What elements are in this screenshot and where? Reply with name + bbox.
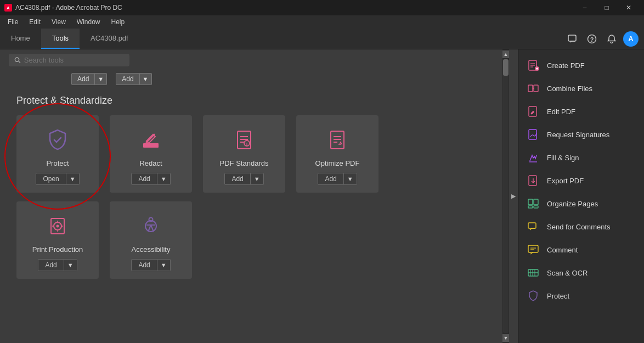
- optimize-pdf-add-arrow[interactable]: ▼: [344, 173, 357, 185]
- notifications-icon-button[interactable]: [603, 31, 620, 47]
- panel-item-edit-pdf[interactable]: Edit PDF: [518, 100, 644, 123]
- pdf-standards-add-arrow[interactable]: ▼: [251, 173, 264, 185]
- create-pdf-label: Create PDF: [547, 61, 585, 70]
- print-production-add-button[interactable]: Add: [38, 259, 64, 271]
- svg-rect-44: [534, 199, 538, 205]
- minimize-button[interactable]: –: [574, 0, 596, 15]
- chat-icon-button[interactable]: [564, 31, 580, 47]
- add-arrow-1[interactable]: ▼: [95, 73, 107, 85]
- panel-item-comment[interactable]: Comment: [518, 238, 644, 261]
- panel-item-request-signatures[interactable]: Request Signatures: [518, 123, 644, 146]
- protect-open-arrow[interactable]: ▼: [66, 173, 80, 185]
- pdf-standards-add-button[interactable]: Add: [224, 173, 250, 185]
- title-bar: A AC4308.pdf - Adobe Acrobat Pro DC – □ …: [0, 0, 644, 15]
- svg-rect-41: [529, 176, 536, 185]
- accessibility-card: Accessibility Add ▼: [110, 201, 192, 279]
- redact-add-arrow[interactable]: ▼: [157, 173, 171, 185]
- svg-point-3: [15, 58, 19, 61]
- add-arrow-2[interactable]: ▼: [140, 73, 152, 85]
- menu-edit[interactable]: Edit: [25, 17, 45, 27]
- redact-card: Redact Add ▼: [110, 115, 192, 193]
- panel-item-fill-sign[interactable]: Fill & Sign: [518, 146, 644, 169]
- svg-point-19: [57, 225, 59, 228]
- svg-line-28: [151, 225, 154, 232]
- send-for-comments-label: Send for Comments: [547, 223, 611, 231]
- add-btn-group-2: Add ▼: [116, 73, 151, 85]
- send-for-comments-icon: [526, 220, 540, 234]
- edit-pdf-icon: [526, 104, 540, 119]
- scrollbar[interactable]: ▲ ▼: [502, 49, 509, 343]
- panel-collapse-arrow[interactable]: ▶: [509, 49, 518, 343]
- tab-document[interactable]: AC4308.pdf: [80, 29, 139, 49]
- scroll-down-arrow[interactable]: ▼: [502, 334, 509, 342]
- search-input[interactable]: [24, 56, 124, 64]
- create-pdf-icon: [526, 58, 540, 72]
- pdf-standards-icon: i: [232, 128, 256, 152]
- protect-panel-label: Protect: [547, 292, 569, 300]
- comment-label: Comment: [547, 246, 578, 254]
- menu-help[interactable]: Help: [107, 17, 129, 27]
- accessibility-add-arrow[interactable]: ▼: [157, 259, 171, 271]
- svg-rect-39: [529, 130, 536, 139]
- menu-window[interactable]: Window: [72, 17, 105, 27]
- user-avatar[interactable]: A: [623, 31, 639, 47]
- protect-open-button[interactable]: Open: [36, 173, 66, 185]
- title-bar-controls[interactable]: – □ ✕: [574, 0, 640, 15]
- scroll-thumb[interactable]: [503, 59, 509, 76]
- section-title: Protect & Standardize: [16, 95, 486, 106]
- panel-item-create-pdf[interactable]: Create PDF: [518, 54, 644, 77]
- pdf-standards-btn-group: Add ▼: [224, 173, 263, 185]
- title-bar-left: A AC4308.pdf - Adobe Acrobat Pro DC: [4, 4, 122, 12]
- accessibility-icon: [139, 214, 163, 238]
- close-button[interactable]: ✕: [618, 0, 640, 15]
- panel-item-organize-pages[interactable]: Organize Pages: [518, 192, 644, 215]
- optimize-pdf-icon-container: [324, 126, 351, 154]
- svg-rect-37: [534, 85, 538, 92]
- window-title: AC4308.pdf - Adobe Acrobat Pro DC: [15, 4, 122, 12]
- panel-item-export-pdf[interactable]: Export PDF: [518, 169, 644, 192]
- protect-highlight-circle: [4, 103, 111, 210]
- scan-ocr-label: Scan & OCR: [547, 269, 587, 277]
- print-production-add-arrow[interactable]: ▼: [64, 259, 77, 271]
- svg-line-4: [19, 61, 20, 63]
- add-button-2[interactable]: Add: [116, 73, 139, 85]
- panel-item-combine-files[interactable]: Combine Files: [518, 77, 644, 100]
- panel-item-protect[interactable]: Protect: [518, 284, 644, 307]
- accessibility-icon-container: [137, 212, 165, 240]
- fill-sign-label: Fill & Sign: [547, 154, 579, 162]
- optimize-pdf-add-button[interactable]: Add: [318, 173, 343, 185]
- panel-item-scan-ocr[interactable]: Scan & OCR: [518, 261, 644, 284]
- tab-tools[interactable]: Tools: [41, 29, 80, 49]
- panel-item-send-for-comments[interactable]: Send for Comments: [518, 215, 644, 238]
- export-pdf-icon: [526, 173, 540, 188]
- svg-rect-36: [528, 85, 533, 92]
- accessibility-label: Accessibility: [132, 245, 171, 254]
- search-wrap[interactable]: [9, 54, 129, 66]
- protect-shield-icon: [46, 128, 70, 152]
- scroll-track[interactable]: [503, 59, 509, 333]
- protect-label: Protect: [46, 159, 69, 167]
- protect-btn-group: Open ▼: [36, 173, 79, 185]
- comment-icon: [526, 243, 540, 257]
- print-production-btn-group: Add ▼: [38, 259, 77, 271]
- print-production-icon-container: [44, 212, 71, 240]
- menu-file[interactable]: File: [3, 17, 22, 27]
- optimize-pdf-btn-group: Add ▼: [318, 173, 357, 185]
- accessibility-add-button[interactable]: Add: [131, 259, 157, 271]
- scroll-up-arrow[interactable]: ▲: [502, 50, 509, 58]
- maximize-button[interactable]: □: [596, 0, 618, 15]
- content-area: Add ▼ Add ▼ Protect & Standardize: [0, 49, 502, 343]
- print-production-card: Print Production Add ▼: [16, 201, 99, 279]
- menu-view[interactable]: View: [47, 17, 70, 27]
- svg-line-27: [148, 225, 151, 232]
- svg-rect-0: [568, 35, 576, 41]
- help-icon-button[interactable]: ?: [584, 31, 600, 47]
- add-button-1[interactable]: Add: [71, 73, 95, 85]
- svg-rect-48: [528, 245, 538, 252]
- tab-bar: Home Tools AC4308.pdf ? A: [0, 29, 644, 49]
- redact-add-button[interactable]: Add: [131, 173, 157, 185]
- tab-action-icons: ? A: [558, 29, 644, 49]
- edit-pdf-label: Edit PDF: [547, 108, 575, 116]
- tab-home[interactable]: Home: [0, 29, 41, 49]
- chat-icon: [567, 34, 577, 44]
